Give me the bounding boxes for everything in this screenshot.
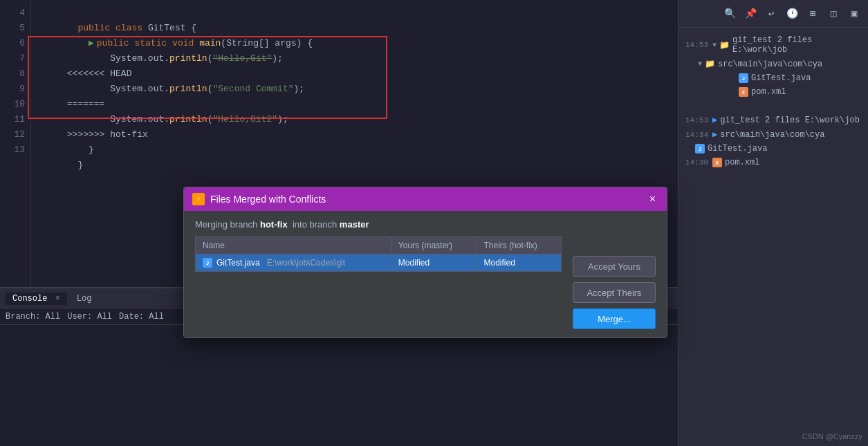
merge-conflicts-dialog[interactable]: ⚡ Files Merged with Conflicts × Merging … [183, 187, 667, 338]
code-line-6: System.out.println("Hello,Git"); [35, 36, 678, 51]
branch-filter[interactable]: Branch: All [6, 312, 60, 322]
tree-commit-1434: src\main\java\com\cya [720, 130, 824, 140]
tree-item-gitjava-2[interactable]: J GitTest.java [681, 142, 865, 156]
code-line-12: } [35, 127, 678, 142]
code-line-8: System.out.println("Second Commit"); [35, 66, 678, 82]
date-filter[interactable]: Date: All [119, 312, 164, 322]
tree-item-1430[interactable]: 14:30 X pom.xml [681, 156, 865, 169]
folder-icon-2: 📁 [705, 59, 715, 69]
merge-text: Merging branch [195, 219, 257, 230]
tree-label-pom-2: pom.xml [725, 158, 759, 167]
tree-timestamp-1: 14:53 [685, 41, 710, 49]
tree-label-src: src\main\java\com\cya [718, 59, 822, 69]
modal-title: Files Merged with Conflicts [210, 194, 326, 205]
modal-content-area: Name Yours (master) Theirs (hot-fix) J [195, 236, 656, 329]
tree-label-gittest-java: GitTest.java [751, 73, 811, 83]
accept-yours-button[interactable]: Accept Yours [573, 256, 656, 277]
tree-item-src[interactable]: ▼ 📁 src\main\java\com\cya [681, 57, 865, 71]
tree-commit-1453: git_test 2 files E:\work\job [720, 115, 860, 125]
right-panel: 🔍 📌 ↩ 🕐 ⊞ ◫ ▣ 14:53 ▼ 📁 git_test 2 files… [678, 0, 868, 446]
folder-icon-1: 📁 [719, 40, 730, 50]
row-yours: Modified [391, 254, 477, 272]
row-name: J GitTest.java E:\work\job\Codes\git [196, 254, 391, 272]
tab-console[interactable]: Console × [6, 292, 67, 305]
code-line-12b: } [35, 142, 678, 158]
tree-item-1453[interactable]: 14:53 ▶ git_test 2 files E:\work\job [681, 113, 865, 127]
file-tree: 14:53 ▼ 📁 git_test 2 files E:\work\job ▼… [678, 28, 868, 175]
history-icon[interactable]: 🕐 [784, 6, 800, 22]
sidebar-right-icon[interactable]: ▣ [846, 6, 862, 22]
ts-1430: 14:30 [685, 158, 710, 167]
tree-label-git-test: git_test 2 files E:\work\job [732, 35, 861, 55]
tree-label-pom-xml: pom.xml [751, 87, 786, 97]
code-line-11: >>>>>>> hot-fix [35, 112, 678, 127]
ts-1434: 14:34 [685, 131, 710, 139]
right-toolbar: 🔍 📌 ↩ 🕐 ⊞ ◫ ▣ [678, 0, 868, 28]
code-line-4: public class GitTest { [35, 6, 678, 21]
code-line-5: ▶public static void main(String[] args) … [35, 21, 678, 36]
row-java-icon: J [203, 258, 212, 268]
code-line-10: System.out.println("Hello,Git2"); [35, 97, 678, 112]
code-line-7: <<<<<<< HEAD [35, 51, 678, 66]
branch-from: hot-fix [260, 219, 288, 230]
tab-log[interactable]: Log [70, 292, 99, 305]
col-name: Name [196, 237, 391, 254]
conflict-table-area: Name Yours (master) Theirs (hot-fix) J [195, 236, 562, 329]
modal-close-button[interactable]: × [647, 194, 658, 205]
code-line-13 [35, 158, 678, 173]
code-line-9: ======= [35, 82, 678, 97]
tree-expand-1[interactable]: ▼ [712, 41, 717, 49]
modal-title-area: ⚡ Files Merged with Conflicts [192, 193, 326, 205]
table-header-row: Name Yours (master) Theirs (hot-fix) [196, 237, 562, 254]
tree-item-gittest-java[interactable]: J GitTest.java [681, 71, 865, 85]
user-filter[interactable]: User: All [67, 312, 112, 322]
merge-button[interactable]: Merge... [573, 308, 656, 329]
xml-file-icon-2: X [712, 158, 722, 167]
table-row[interactable]: J GitTest.java E:\work\job\Codes\git Mod… [196, 254, 562, 272]
col-yours: Yours (master) [391, 237, 477, 254]
arrow-icon-1: ▶ [712, 115, 717, 125]
tab-log-label: Log [77, 294, 92, 304]
row-filename: GitTest.java [216, 258, 260, 268]
tree-item-1434[interactable]: 14:34 ▶ src\main\java\com\cya [681, 127, 865, 142]
tree-expand-2[interactable]: ▼ [698, 60, 702, 68]
search-icon[interactable]: 🔍 [721, 6, 738, 22]
arrow-icon-2: ▶ [712, 129, 717, 140]
action-buttons: Accept Yours Accept Theirs Merge... [562, 236, 656, 329]
ts-1453: 14:53 [685, 116, 710, 124]
tab-console-label: Console [12, 294, 47, 304]
modal-app-icon: ⚡ [192, 193, 205, 205]
tree-item-git-test[interactable]: 14:53 ▼ 📁 git_test 2 files E:\work\job [681, 33, 865, 57]
tree-label-gitjava-2: GitTest.java [708, 144, 767, 154]
xml-file-icon: X [739, 87, 748, 97]
col-theirs: Theirs (hot-fix) [477, 237, 562, 254]
pin-icon[interactable]: 📌 [742, 6, 759, 22]
line-numbers: 4 5 6 7 8 9 10 11 12 13 [0, 0, 31, 290]
into-text: into branch [293, 219, 337, 230]
modal-header: ⚡ Files Merged with Conflicts × [184, 187, 667, 211]
conflict-table: Name Yours (master) Theirs (hot-fix) J [195, 236, 562, 272]
file-name-cell: J GitTest.java E:\work\job\Codes\git [203, 258, 384, 268]
watermark: CSDN @Cyanzzy [802, 432, 862, 440]
branch-to: master [340, 219, 369, 230]
java-file-icon-2: J [695, 144, 705, 154]
accept-theirs-button[interactable]: Accept Theirs [573, 282, 656, 303]
grid-icon[interactable]: ⊞ [804, 6, 821, 22]
sidebar-left-icon[interactable]: ◫ [825, 6, 842, 22]
modal-body: Merging branch hot-fix into branch maste… [184, 211, 667, 337]
row-filepath: E:\work\job\Codes\git [267, 258, 345, 268]
tree-item-pom-xml[interactable]: X pom.xml [681, 85, 865, 99]
merge-info: Merging branch hot-fix into branch maste… [195, 219, 656, 230]
undo-icon[interactable]: ↩ [763, 6, 779, 22]
row-theirs: Modified [477, 254, 562, 272]
tab-console-close[interactable]: × [55, 294, 60, 304]
java-file-icon: J [739, 73, 748, 83]
